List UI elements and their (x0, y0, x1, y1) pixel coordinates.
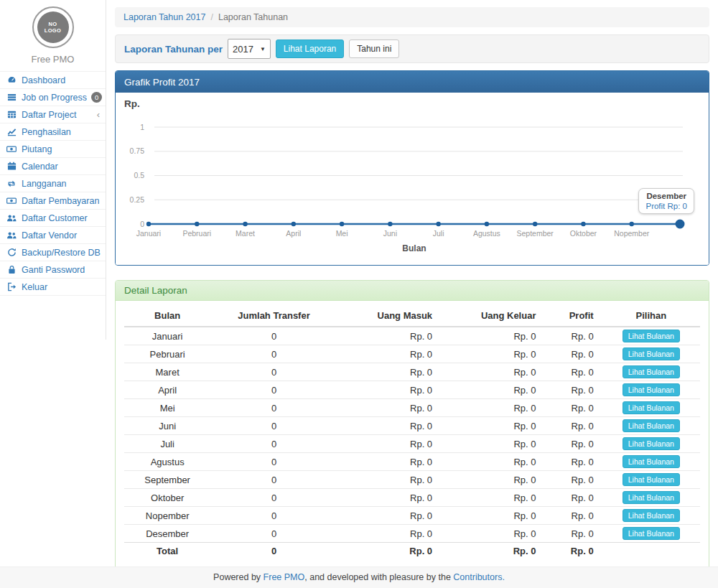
sidebar-item-keluar[interactable]: Keluar (0, 279, 106, 296)
breadcrumb-link-laporan-tahun[interactable]: Laporan Tahun 2017 (123, 12, 205, 22)
cell-profit: Rp. 0 (544, 525, 602, 543)
sidebar-item-langganan[interactable]: Langganan (0, 175, 106, 192)
lihat-bulanan-button[interactable]: Lihat Bulanan (623, 383, 680, 396)
cell-profit: Rp. 0 (544, 417, 602, 435)
lihat-bulanan-button[interactable]: Lihat Bulanan (623, 455, 680, 468)
lihat-bulanan-button[interactable]: Lihat Bulanan (623, 330, 680, 342)
total-keluar: Rp. 0 (441, 543, 544, 560)
cell-pilihan: Lihat Bulanan (602, 345, 700, 363)
sidebar-item-label: Ganti Password (22, 265, 85, 275)
cell-masuk: Rp. 0 (337, 507, 441, 525)
no-logo-badge: NO LOGO (37, 11, 69, 43)
tasks-icon (6, 93, 17, 102)
lihat-bulanan-button[interactable]: Lihat Bulanan (623, 401, 680, 414)
sidebar-item-label: Job on Progress (22, 93, 87, 103)
footer-text-2: , and developed with pleasure by the (304, 572, 453, 582)
cell-bulan: Agustus (124, 453, 210, 471)
cell-pilihan: Lihat Bulanan (602, 327, 700, 345)
footer-link-contributors[interactable]: Contributors. (453, 572, 505, 582)
cell-bulan: Januari (124, 327, 210, 345)
lihat-bulanan-button[interactable]: Lihat Bulanan (623, 509, 680, 522)
filter-label: Laporan Tahunan per (124, 44, 223, 55)
cell-jumlah: 0 (210, 471, 337, 489)
lihat-bulanan-button[interactable]: Lihat Bulanan (623, 347, 680, 360)
sidebar-item-backup-restore-db[interactable]: Backup/Restore DB (0, 244, 106, 261)
cell-pilihan: Lihat Bulanan (602, 399, 700, 417)
cell-profit: Rp. 0 (544, 471, 602, 489)
chart-tooltip-value: Profit Rp: 0 (645, 202, 687, 210)
cell-keluar: Rp. 0 (441, 381, 544, 399)
sidebar-item-label: Piutang (22, 144, 52, 154)
detail-panel-title: Detail Laporan (116, 281, 709, 301)
cell-bulan: April (124, 381, 210, 399)
table-row: Juni0Rp. 0Rp. 0Rp. 0Lihat Bulanan (124, 417, 700, 435)
cell-bulan: Pebruari (124, 345, 210, 363)
cell-profit: Rp. 0 (544, 363, 602, 381)
column-header-profit: Profit (544, 305, 602, 327)
total-bulan: Total (124, 543, 210, 560)
cell-masuk: Rp. 0 (337, 435, 441, 453)
svg-text:Nopember: Nopember (614, 229, 650, 238)
lihat-bulanan-button[interactable]: Lihat Bulanan (623, 527, 680, 540)
cell-masuk: Rp. 0 (337, 471, 441, 489)
sidebar-item-job-on-progress[interactable]: Job on Progress0 (0, 89, 106, 106)
sidebar-item-daftar-project[interactable]: Daftar Project‹ (0, 106, 106, 123)
column-header-uang-keluar: Uang Keluar (441, 305, 544, 327)
sidebar-item-label: Daftar Customer (22, 213, 88, 223)
tahun-ini-button[interactable]: Tahun ini (349, 39, 399, 58)
dashboard-icon (6, 75, 17, 85)
column-header-bulan: Bulan (124, 305, 210, 327)
sidebar-item-daftar-customer[interactable]: Daftar Customer (0, 210, 106, 227)
table-row: Pebruari0Rp. 0Rp. 0Rp. 0Lihat Bulanan (124, 345, 700, 363)
footer-text-1: Powered by (213, 572, 263, 582)
table-row: Juli0Rp. 0Rp. 0Rp. 0Lihat Bulanan (124, 435, 700, 453)
sidebar-item-daftar-vendor[interactable]: Daftar Vendor (0, 227, 106, 244)
sidebar-item-piutang[interactable]: Piutang (0, 141, 106, 158)
cell-keluar: Rp. 0 (441, 453, 544, 471)
cell-jumlah: 0 (210, 399, 337, 417)
cell-pilihan: Lihat Bulanan (602, 471, 700, 489)
lihat-bulanan-button[interactable]: Lihat Bulanan (623, 437, 680, 450)
chart-y-axis-label: Rp. (123, 98, 701, 113)
sidebar: NO LOGO Free PMO DashboardJob on Progres… (0, 0, 106, 340)
cell-jumlah: 0 (210, 417, 337, 435)
sidebar-item-daftar-pembayaran[interactable]: Daftar Pembayaran (0, 192, 106, 210)
svg-text:Mei: Mei (336, 229, 348, 238)
sidebar-item-label: Penghasilan (22, 127, 71, 137)
lihat-bulanan-button[interactable]: Lihat Bulanan (623, 491, 680, 504)
breadcrumb-current: Laporan Tahunan (218, 12, 288, 22)
sidebar-item-label: Langganan (22, 179, 67, 189)
svg-text:Agustus: Agustus (473, 229, 500, 238)
chart-tooltip: Desember Profit Rp: 0 (638, 188, 694, 214)
cell-bulan: Nopember (124, 507, 210, 525)
sidebar-item-calendar[interactable]: Calendar (0, 158, 106, 175)
cell-masuk: Rp. 0 (337, 453, 441, 471)
table-row: Nopember0Rp. 0Rp. 0Rp. 0Lihat Bulanan (124, 507, 700, 525)
brand-name: Free PMO (0, 54, 106, 65)
cell-pilihan: Lihat Bulanan (602, 489, 700, 507)
profit-chart-panel: Grafik Profit 2017 Rp. 00.250.50.751Janu… (115, 70, 709, 266)
svg-text:Pebruari: Pebruari (182, 229, 211, 238)
lihat-laporan-button[interactable]: Lihat Laporan (276, 39, 344, 58)
sidebar-item-dashboard[interactable]: Dashboard (0, 72, 106, 89)
year-select-value: 2017 (233, 44, 253, 55)
sidebar-item-penghasilan[interactable]: Penghasilan (0, 123, 106, 141)
cell-keluar: Rp. 0 (441, 471, 544, 489)
footer-link-free-pmo[interactable]: Free PMO (264, 572, 305, 582)
logo-ring: NO LOGO (32, 6, 74, 48)
cell-pilihan: Lihat Bulanan (602, 417, 700, 435)
cell-jumlah: 0 (210, 525, 337, 543)
lihat-bulanan-button[interactable]: Lihat Bulanan (623, 473, 680, 486)
svg-text:0.25: 0.25 (130, 195, 145, 204)
lihat-bulanan-button[interactable]: Lihat Bulanan (623, 419, 680, 432)
cell-profit: Rp. 0 (544, 327, 602, 345)
svg-text:0.75: 0.75 (130, 146, 145, 155)
lihat-bulanan-button[interactable]: Lihat Bulanan (623, 365, 680, 378)
svg-text:0: 0 (140, 220, 144, 228)
cell-keluar: Rp. 0 (441, 507, 544, 525)
year-select[interactable]: 2017 ▼ (228, 39, 271, 59)
sidebar-item-ganti-password[interactable]: Ganti Password (0, 261, 106, 279)
table-row: Oktober0Rp. 0Rp. 0Rp. 0Lihat Bulanan (124, 489, 700, 507)
table-row: Mei0Rp. 0Rp. 0Rp. 0Lihat Bulanan (124, 399, 700, 417)
cell-bulan: Juli (124, 435, 210, 453)
